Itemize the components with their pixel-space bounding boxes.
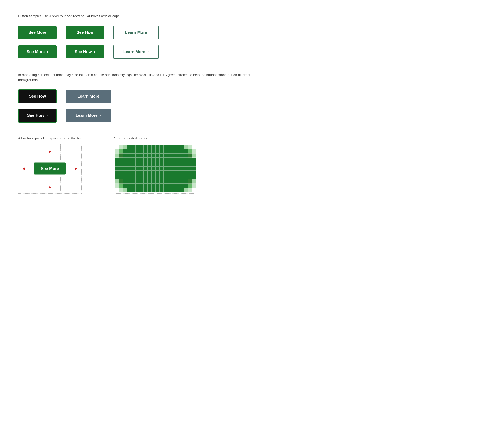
pixel-cell	[131, 158, 135, 162]
learn-more-gray-label-1: Learn More	[77, 94, 99, 99]
button-row-3: See How Learn More	[18, 89, 254, 103]
see-more-button-1[interactable]: See More	[18, 26, 57, 39]
pixel-cell	[180, 158, 184, 162]
rounded-corner-label: 4 pixel rounded corner	[114, 136, 195, 140]
see-how-button-1[interactable]: See How	[66, 26, 104, 39]
arrow-top: ▼	[48, 150, 52, 155]
pixel-cell	[115, 166, 119, 171]
pixel-cell	[164, 158, 168, 162]
pixel-cell	[176, 158, 180, 162]
pixel-cell	[131, 162, 135, 166]
pixel-cell	[152, 166, 155, 171]
pixel-cell	[180, 162, 184, 166]
pixel-cell	[143, 149, 147, 153]
pixel-cell	[176, 149, 180, 153]
pixel-cell	[192, 145, 196, 149]
pixel-cell	[184, 188, 188, 192]
pixel-cell	[127, 166, 131, 171]
pixel-cell	[123, 158, 127, 162]
pixel-grid-outer	[114, 144, 195, 194]
pixel-cell	[172, 145, 176, 149]
button-row-1: See More See How Learn More	[18, 26, 254, 39]
learn-more-gray-label-2: Learn More	[76, 113, 98, 118]
learn-more-label-1: Learn More	[125, 30, 147, 35]
pixel-cell	[160, 149, 164, 153]
pixel-cell	[127, 153, 131, 158]
arrow-top-head: ▼	[48, 150, 52, 155]
pixel-cell	[127, 188, 131, 192]
pixel-cell	[123, 175, 127, 179]
pixel-cell	[119, 184, 123, 188]
pixel-cell	[164, 188, 168, 192]
pixel-cell	[168, 158, 172, 162]
pixel-cell	[127, 175, 131, 179]
pixel-cell	[160, 179, 164, 184]
pixel-cell	[155, 179, 160, 184]
pixel-cell	[131, 149, 135, 153]
pixel-cell	[152, 153, 155, 158]
see-more-button-2[interactable]: See More ›	[18, 45, 57, 58]
pixel-cell	[143, 175, 147, 179]
pixel-cell	[139, 166, 143, 171]
pixel-cell	[147, 166, 152, 171]
pixel-cell	[172, 188, 176, 192]
pixel-cell	[152, 149, 155, 153]
pixel-cell	[192, 153, 196, 158]
learn-more-gray-button-2[interactable]: Learn More ›	[66, 109, 111, 122]
see-how-button-2[interactable]: See How ›	[66, 45, 104, 58]
pixel-cell	[127, 158, 131, 162]
pixel-cell	[152, 188, 155, 192]
pixel-cell	[135, 166, 139, 171]
pixel-cell	[155, 158, 160, 162]
pixel-cell	[184, 171, 188, 175]
pixel-cell	[139, 153, 143, 158]
pixel-cell	[172, 166, 176, 171]
pixel-cell	[176, 184, 180, 188]
pixel-cell	[192, 149, 196, 153]
diagrams-section: Allow for equal clear space around the b…	[18, 136, 254, 194]
see-how-black-button-2[interactable]: See How ›	[18, 109, 57, 122]
pixel-cell	[172, 179, 176, 184]
rounded-corner-container: 4 pixel rounded corner	[114, 136, 195, 194]
pixel-cell	[155, 149, 160, 153]
learn-more-gray-chevron-2: ›	[100, 113, 101, 118]
see-how-black-label-2: See How	[27, 113, 44, 118]
pixel-cell	[192, 162, 196, 166]
pixel-cell	[184, 149, 188, 153]
see-more-chevron-2: ›	[47, 50, 48, 54]
pixel-cell	[119, 153, 123, 158]
pixel-cell	[135, 149, 139, 153]
pixel-cell	[176, 171, 180, 175]
learn-more-button-2[interactable]: Learn More ›	[113, 45, 159, 59]
marketing-buttons-section: In marketing contexts, buttons may also …	[18, 72, 254, 122]
pixel-cell	[180, 179, 184, 184]
pixel-cell	[155, 184, 160, 188]
pixel-grid	[115, 145, 196, 192]
learn-more-button-1[interactable]: Learn More	[113, 26, 159, 39]
pixel-cell	[135, 158, 139, 162]
pixel-cell	[131, 179, 135, 184]
pixel-cell	[139, 158, 143, 162]
pixel-cell	[184, 158, 188, 162]
pixel-cell	[127, 171, 131, 175]
pixel-cell	[192, 175, 196, 179]
pixel-cell	[135, 184, 139, 188]
clearspace-center-button: See More	[34, 162, 66, 175]
pixel-cell	[160, 153, 164, 158]
pixel-cell	[164, 145, 168, 149]
pixel-cell	[127, 179, 131, 184]
clearspace-btn-label: See More	[41, 166, 59, 171]
pixel-cell	[152, 145, 155, 149]
learn-more-gray-button-1[interactable]: Learn More	[66, 90, 111, 103]
pixel-cell	[180, 166, 184, 171]
pixel-cell	[192, 158, 196, 162]
pixel-cell	[188, 162, 192, 166]
see-how-black-button-1[interactable]: See How	[18, 89, 57, 103]
see-more-label-1: See More	[28, 30, 46, 35]
pixel-cell	[168, 162, 172, 166]
pixel-cell	[147, 175, 152, 179]
pixel-cell	[168, 184, 172, 188]
pixel-cell	[143, 179, 147, 184]
pixel-cell	[176, 166, 180, 171]
pixel-cell	[147, 179, 152, 184]
